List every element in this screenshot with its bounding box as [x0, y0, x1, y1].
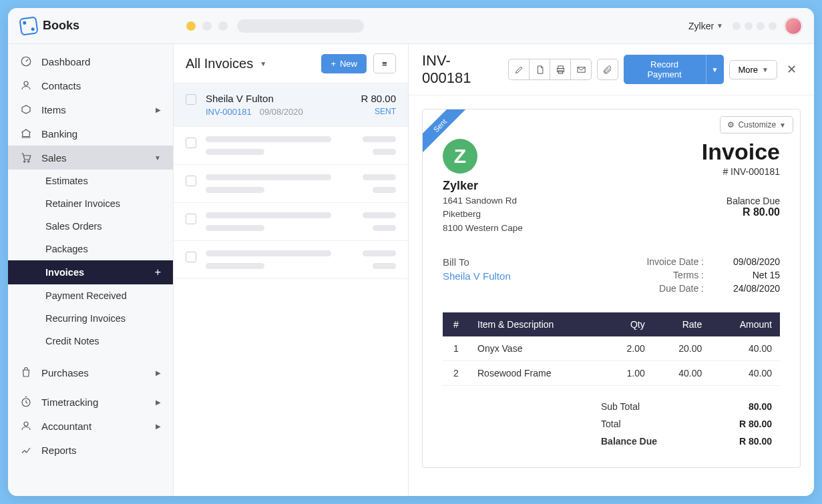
sidebar-item-invoices[interactable]: Invoices+ — [8, 260, 173, 284]
org-name: Zylker — [688, 21, 714, 31]
invoice-paper: Sent ⚙Customize▼ Z Zylker 1641 Sandown R… — [422, 109, 801, 468]
list-item[interactable] — [174, 241, 408, 279]
mail-icon — [576, 65, 586, 75]
sidebar-item-items[interactable]: Items▶ — [8, 97, 173, 121]
dashboard-icon — [20, 55, 32, 67]
contacts-icon — [20, 79, 32, 91]
pdf-icon — [535, 65, 545, 75]
printer-icon — [556, 65, 566, 75]
sidebar-item-recurring-invoices[interactable]: Recurring Invoices — [8, 307, 173, 330]
sidebar-item-contacts[interactable]: Contacts — [8, 73, 173, 97]
sidebar-item-banking[interactable]: Banking — [8, 121, 173, 146]
bill-to-block: Bill To Sheila V Fulton — [443, 256, 511, 296]
company-address-line: 1641 Sandown Rd — [443, 194, 523, 208]
invoice-meta: Invoice Date :09/08/2020 Terms :Net 15 D… — [637, 256, 780, 296]
reports-icon — [20, 444, 32, 456]
purchases-icon — [20, 366, 32, 379]
list-item[interactable] — [174, 165, 408, 203]
org-switcher[interactable]: Zylker ▼ — [688, 21, 723, 31]
col-qty: Qty — [603, 312, 652, 336]
invoice-heading: Invoice — [702, 139, 780, 165]
col-rate: Rate — [653, 312, 710, 336]
items-icon — [20, 103, 32, 115]
accountant-icon — [20, 420, 32, 432]
new-button[interactable]: +New — [321, 54, 367, 73]
sidebar-item-dashboard[interactable]: Dashboard — [8, 49, 173, 73]
company-address-line: Piketberg — [443, 208, 523, 221]
sidebar-item-timetracking[interactable]: Timetracking▶ — [8, 390, 173, 414]
print-button[interactable] — [550, 59, 571, 80]
header-dot-icon[interactable] — [745, 22, 753, 30]
record-payment-button[interactable]: Record Payment — [624, 55, 706, 84]
caret-down-icon[interactable]: ▼ — [260, 60, 266, 67]
sidebar-item-retainer-invoices[interactable]: Retainer Invoices — [8, 192, 173, 215]
invoice-date: 09/08/2020 — [260, 107, 303, 117]
sidebar-item-packages[interactable]: Packages — [8, 238, 173, 260]
pdf-button[interactable] — [529, 59, 550, 80]
paperclip-icon — [602, 65, 612, 75]
timetracking-icon — [20, 396, 32, 408]
topbar: Books Zylker ▼ — [8, 8, 814, 44]
checkbox[interactable] — [186, 94, 196, 105]
chevron-right-icon: ▶ — [156, 369, 161, 376]
chevron-right-icon: ▶ — [156, 399, 161, 406]
email-button[interactable] — [570, 59, 592, 80]
sidebar: Dashboard Contacts Items▶ Banking Sales▼… — [8, 44, 174, 496]
action-group — [508, 59, 592, 80]
caret-down-icon: ▼ — [762, 66, 769, 73]
sidebar-item-reports[interactable]: Reports — [8, 438, 173, 462]
totals-block: Sub Total80.00 TotalR 80.00 Balance DueR… — [593, 398, 780, 450]
svg-point-1 — [24, 81, 28, 85]
avatar[interactable] — [785, 17, 802, 35]
sidebar-item-accountant[interactable]: Accountant▶ — [8, 414, 173, 438]
checkbox[interactable] — [186, 252, 196, 262]
list-item[interactable] — [174, 127, 408, 165]
app-logo[interactable]: Books — [20, 17, 79, 35]
header-dot-icon[interactable] — [757, 22, 765, 30]
list-body: Sheila V Fulton INV-00018109/08/2020 R 8… — [174, 83, 408, 496]
checkbox[interactable] — [186, 138, 196, 148]
list-item[interactable]: Sheila V Fulton INV-00018109/08/2020 R 8… — [174, 83, 408, 127]
balance-due-label: Balance Due — [702, 196, 780, 206]
edit-button[interactable] — [508, 59, 530, 80]
sidebar-item-purchases[interactable]: Purchases▶ — [8, 360, 173, 385]
header-dot-icon[interactable] — [769, 22, 777, 30]
bill-to-name[interactable]: Sheila V Fulton — [443, 270, 511, 282]
bill-to-label: Bill To — [443, 256, 511, 268]
sidebar-item-sales[interactable]: Sales▼ — [8, 146, 173, 170]
col-desc: Item & Description — [469, 312, 603, 336]
chevron-down-icon: ▼ — [154, 154, 161, 162]
col-amount: Amount — [710, 312, 780, 336]
attach-button[interactable] — [597, 59, 618, 80]
list-menu-button[interactable]: ≡ — [373, 53, 396, 73]
col-num: # — [443, 312, 469, 336]
sidebar-item-payment-received[interactable]: Payment Received — [8, 284, 173, 307]
svg-point-3 — [28, 161, 29, 162]
sidebar-item-estimates[interactable]: Estimates — [8, 170, 173, 192]
sidebar-item-sales-orders[interactable]: Sales Orders — [8, 215, 173, 238]
customize-button[interactable]: ⚙Customize▼ — [720, 116, 793, 134]
checkbox[interactable] — [186, 214, 196, 224]
svg-point-5 — [24, 422, 28, 426]
more-button[interactable]: More▼ — [729, 60, 777, 79]
list-title[interactable]: All Invoices — [186, 56, 253, 71]
window-dot-icon — [218, 21, 228, 31]
plus-icon[interactable]: + — [155, 266, 161, 278]
line-items-table: # Item & Description Qty Rate Amount 1 O… — [443, 312, 780, 386]
sidebar-item-credit-notes[interactable]: Credit Notes — [8, 330, 173, 352]
pencil-icon — [514, 65, 524, 75]
close-button[interactable]: ✕ — [783, 59, 801, 79]
list-item[interactable] — [174, 203, 408, 241]
invoice-number: INV-000181 — [206, 107, 252, 117]
checkbox[interactable] — [186, 176, 196, 186]
caret-down-icon: ▼ — [779, 121, 786, 129]
company-address-line: 8100 Western Cape — [443, 222, 523, 235]
record-payment-dropdown[interactable]: ▼ — [706, 55, 725, 84]
detail-title: INV-000181 — [422, 52, 497, 87]
detail-body: Sent ⚙Customize▼ Z Zylker 1641 Sandown R… — [409, 95, 814, 496]
invoice-amount: R 80.00 — [361, 93, 396, 104]
search-input[interactable] — [237, 19, 364, 33]
table-row: 1 Onyx Vase 2.00 20.00 40.00 — [443, 336, 780, 361]
header-dot-icon[interactable] — [733, 22, 741, 30]
invoice-title-block: Invoice # INV-000181 Balance Due R 80.00 — [702, 139, 780, 235]
